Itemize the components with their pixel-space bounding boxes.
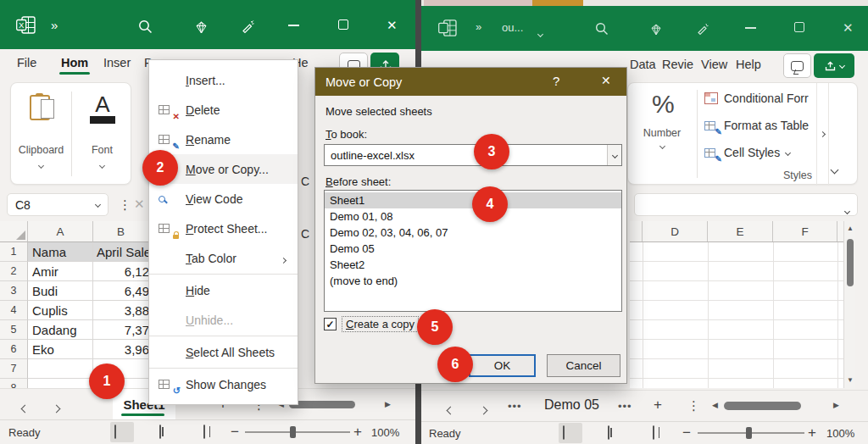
maximize-button[interactable] — [338, 19, 348, 30]
list-item-demo-05[interactable]: Demo 05 — [325, 241, 621, 257]
page-break-view-icon[interactable] — [653, 425, 654, 440]
premium-diamond-icon[interactable] — [193, 19, 209, 35]
share-button[interactable] — [814, 53, 854, 78]
tab-help[interactable]: Help — [736, 58, 761, 71]
comment-button[interactable] — [783, 53, 811, 78]
chevron-down-icon[interactable] — [11, 164, 71, 168]
new-sheet-button[interactable]: + — [654, 397, 662, 412]
zoom-out-button[interactable]: − — [231, 425, 239, 439]
create-copy-checkbox[interactable]: ✓ — [324, 318, 337, 330]
draw-pen-icon[interactable] — [695, 21, 710, 36]
hidden-tabs-left-dots-icon[interactable]: ••• — [508, 400, 522, 413]
dialog-close-button[interactable]: ✕ — [601, 74, 611, 87]
cancel-entry-icon[interactable]: ✕ — [134, 197, 145, 212]
row-5[interactable]: 5Dadang7,37 — [0, 320, 149, 340]
minimize-button[interactable] — [745, 27, 756, 29]
menu-item-view-code[interactable]: View Code — [149, 184, 298, 214]
normal-view-icon[interactable] — [563, 425, 565, 440]
menu-item-protect-sheet[interactable]: Protect Sheet... — [149, 214, 298, 243]
close-button[interactable]: ✕ — [387, 19, 398, 31]
styles-gallery-scroll[interactable] — [816, 83, 829, 186]
column-header-f[interactable]: F — [773, 221, 837, 241]
page-break-view-icon[interactable] — [203, 425, 205, 439]
menu-item-tab-color[interactable]: Tab Color — [149, 243, 298, 273]
next-sheet-icon[interactable] — [481, 402, 487, 417]
scroll-up-icon[interactable]: ▲ — [847, 225, 854, 232]
sheet-options-dots-icon[interactable]: ⋮ — [687, 398, 700, 413]
page-layout-view-icon[interactable] — [159, 425, 161, 439]
menu-item-insert[interactable]: Insert... — [149, 65, 298, 95]
horizontal-scrollbar-thumb[interactable] — [724, 402, 801, 410]
scroll-left-icon[interactable]: ◀ — [712, 402, 718, 409]
vertical-scrollbar[interactable]: ▲ ▼ — [843, 221, 855, 388]
menu-item-show-changes[interactable]: ↺ Show Changes — [149, 369, 298, 399]
quick-access-overflow-icon[interactable]: » — [476, 20, 481, 33]
menu-item-rename[interactable]: ✎ Rename — [149, 125, 298, 154]
chevron-down-icon[interactable] — [538, 25, 542, 40]
zoom-in-button[interactable]: + — [353, 425, 362, 439]
scroll-down-icon[interactable]: ▼ — [847, 377, 854, 384]
chevron-down-icon[interactable] — [72, 164, 132, 168]
spreadsheet-right[interactable]: D E F — [630, 221, 843, 388]
cell-styles-button[interactable]: ✎ Cell Styles — [704, 146, 790, 159]
menu-item-delete[interactable]: ✕ Delete — [149, 95, 298, 125]
grid-cells[interactable] — [630, 242, 843, 388]
close-button[interactable]: ✕ — [843, 21, 854, 34]
quick-access-overflow-icon[interactable]: » — [51, 18, 58, 32]
formula-bar[interactable] — [634, 193, 858, 216]
next-sheet-icon[interactable] — [53, 400, 59, 415]
draw-pen-icon[interactable] — [240, 19, 255, 34]
clipboard-group[interactable]: Clipboard — [11, 83, 71, 184]
tab-home[interactable]: Hom — [61, 56, 88, 69]
prev-sheet-icon[interactable] — [448, 402, 453, 417]
tab-view[interactable]: View — [701, 58, 727, 71]
name-box[interactable]: C8 — [7, 193, 108, 216]
row-8[interactable]: 8 — [0, 379, 149, 388]
font-group[interactable]: A Font — [72, 83, 132, 184]
zoom-slider-thumb[interactable] — [290, 426, 296, 438]
page-layout-view-icon[interactable] — [608, 425, 609, 440]
zoom-out-button[interactable]: − — [682, 425, 691, 440]
create-copy-label[interactable]: Create a copy — [342, 316, 419, 332]
zoom-slider-track[interactable] — [245, 431, 350, 433]
zoom-slider-thumb[interactable] — [746, 427, 752, 439]
horizontal-scrollbar-thumb[interactable] — [289, 401, 355, 408]
normal-view-icon[interactable] — [114, 425, 116, 439]
search-icon[interactable] — [137, 19, 153, 34]
list-item-move-to-end[interactable]: (move to end) — [325, 273, 621, 289]
menu-item-select-all-sheets[interactable]: Select All Sheets — [149, 337, 298, 367]
menu-item-hide[interactable]: Hide — [149, 275, 298, 305]
row-1[interactable]: 1NamaApril Sale — [0, 242, 149, 262]
select-all-corner[interactable] — [0, 221, 28, 242]
combo-chevron-icon[interactable] — [607, 145, 621, 165]
zoom-level[interactable]: 100% — [371, 426, 399, 439]
row-7[interactable]: 7 — [0, 359, 149, 379]
prev-sheet-icon[interactable] — [22, 400, 28, 415]
list-item-demo-02-07[interactable]: Demo 02, 03, 04, 06, 07 — [325, 225, 621, 241]
column-header-d[interactable]: D — [643, 221, 708, 241]
row-6[interactable]: 6Eko3,96 — [0, 340, 149, 359]
spreadsheet-left[interactable]: A B 1NamaApril Sale 2Amir6,12 3Budi6,49 … — [0, 221, 149, 388]
format-as-table-button[interactable]: ✎ Format as Table — [704, 119, 809, 132]
premium-diamond-icon[interactable] — [648, 22, 664, 37]
tab-data[interactable]: Data — [630, 58, 656, 71]
chevron-down-icon[interactable] — [628, 144, 696, 148]
tab-review[interactable]: Revie — [662, 58, 693, 71]
formula-bar-dots-icon[interactable]: ⋮ — [119, 197, 131, 213]
number-group[interactable]: % Number — [628, 83, 696, 184]
conditional-formatting-button[interactable]: Conditional Forr — [704, 92, 809, 105]
column-header-a[interactable]: A — [28, 221, 93, 242]
column-header-e[interactable]: E — [708, 221, 773, 241]
minimize-button[interactable] — [288, 25, 299, 26]
dialog-titlebar[interactable]: Move or Copy ? ✕ — [315, 68, 626, 96]
zoom-in-button[interactable]: + — [808, 425, 816, 440]
ok-button[interactable]: OK — [469, 354, 536, 377]
zoom-level[interactable]: 100% — [826, 427, 854, 440]
scroll-right-icon[interactable]: ▶ — [385, 401, 391, 408]
vertical-scrollbar-thumb[interactable] — [847, 239, 854, 286]
row-2[interactable]: 2Amir6,12 — [0, 262, 149, 281]
document-title[interactable]: ou... — [502, 21, 523, 34]
ribbon-collapse-chevron-icon[interactable] — [832, 161, 837, 176]
to-book-combobox[interactable]: outline-excel.xlsx — [324, 144, 622, 166]
dialog-help-button[interactable]: ? — [553, 74, 559, 88]
